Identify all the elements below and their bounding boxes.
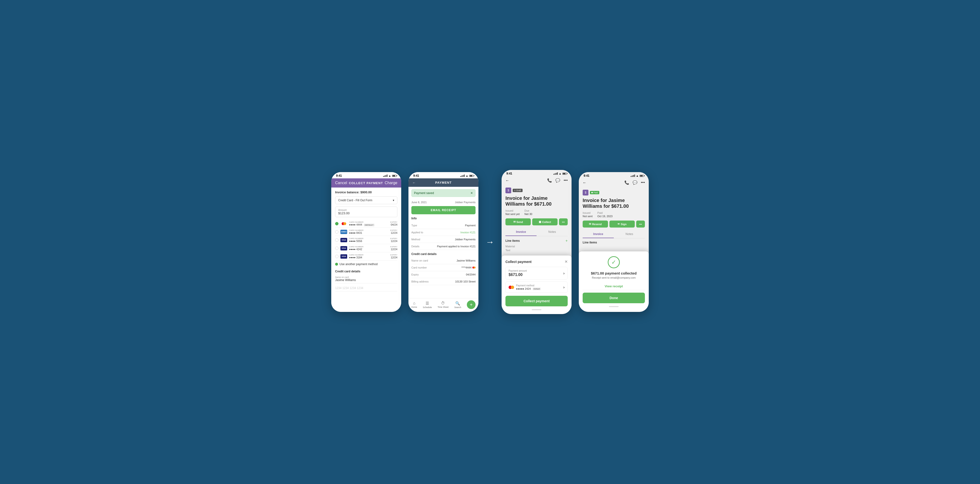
invoice-icon-3: $	[506, 187, 511, 193]
send-btn[interactable]: ✉ Send	[506, 218, 531, 225]
back-btn-3[interactable]: ←	[506, 178, 509, 183]
more-icon-4[interactable]: •••	[641, 180, 645, 185]
payment-amount-card[interactable]: Payment amount $671.00 ›	[506, 267, 568, 279]
payment-method-card[interactable]: Payment method ●●●●● 2424 Default ›	[506, 281, 568, 293]
pm-left: Payment method ●●●●● 2424 Default	[509, 284, 541, 290]
line-items-header-4: Line items	[583, 241, 645, 244]
nav-timesheet-label: Time Sheet	[438, 306, 449, 308]
header-icons-4: 📞 💬 •••	[624, 180, 645, 185]
chevron-right-icon: ›	[563, 271, 565, 276]
collect-btn-3[interactable]: ▦ Collect	[532, 218, 558, 225]
signal-4	[631, 175, 635, 177]
wifi-2: ▲	[466, 174, 468, 177]
card-row-4[interactable]: VISA CARD NUMBER ●●●● 4242 EXPIRY 12/24	[335, 244, 397, 252]
cancel-btn[interactable]: Cancel	[335, 181, 347, 185]
nav-timesheet[interactable]: ⏱ Time Sheet	[438, 301, 449, 308]
due-block-3: Due Net 30	[525, 209, 532, 216]
tabs-4: Invoice Notes	[583, 230, 645, 238]
home-icon: ⌂	[413, 301, 415, 305]
back-btn[interactable]: ←	[412, 181, 416, 185]
add-payment-label: Use another payment method	[339, 262, 377, 266]
wifi-1: ▲	[388, 174, 391, 177]
info-row-2: Method Jobber Payments	[411, 236, 476, 243]
amex-logo: AMEX	[340, 230, 347, 234]
radio-1[interactable]	[335, 222, 339, 225]
nav-home[interactable]: ⌂ Home	[411, 301, 417, 308]
back-btn-4[interactable]: ←	[583, 181, 587, 185]
issued-block-4: Issued Not sent	[583, 211, 593, 217]
mastercard-logo	[340, 222, 347, 226]
more-btn-4[interactable]: •••	[636, 221, 645, 227]
battery-2	[469, 175, 474, 177]
phone-1: 9:41 ▲ Cancel COLLECT PAYMENT Charge Inv…	[331, 172, 401, 312]
modal-close-btn[interactable]: ✕	[565, 259, 568, 264]
home-indicator-3	[532, 309, 541, 310]
charge-btn[interactable]: Charge	[385, 181, 397, 185]
radio-5[interactable]	[335, 255, 339, 258]
radio-2[interactable]	[335, 230, 339, 233]
resend-btn[interactable]: ✉ Resend	[583, 221, 608, 227]
amount-label: Amount	[338, 209, 394, 211]
tab-notes-4[interactable]: Notes	[614, 230, 645, 238]
card-row-5[interactable]: VISA CARD NUMBER ●●●● 3184 EXPIRY 12/24	[335, 252, 397, 260]
status-icons-3: ▲	[554, 172, 567, 175]
nav-search[interactable]: 🔍 Search	[454, 301, 461, 308]
card-info-5: CARD NUMBER ●●●● 3184	[349, 254, 388, 259]
visa-logo-1: VISA	[340, 238, 347, 242]
message-icon-4[interactable]: 💬	[633, 180, 637, 185]
message-icon[interactable]: 💬	[555, 178, 560, 183]
cc-row-1: Card number ****4444	[411, 264, 476, 271]
nav-search-label: Search	[454, 306, 461, 308]
invoice-icon-4: $	[583, 190, 589, 195]
header-purple: Cancel COLLECT PAYMENT Charge	[331, 178, 401, 187]
tabs-3: Invoice Notes	[506, 228, 568, 236]
status-bar-4: 9:41 ▲	[579, 172, 649, 178]
search-icon: 🔍	[455, 301, 460, 306]
wifi-4: ▲	[636, 174, 639, 177]
sign-btn[interactable]: ✏ Sign	[609, 221, 635, 227]
card-dropdown[interactable]: Credit Card - Fill Out Form ▾	[335, 197, 397, 204]
fab-add[interactable]: +	[467, 300, 476, 309]
phone-icon[interactable]: 📞	[547, 178, 552, 183]
add-line-item-icon[interactable]: +	[565, 239, 568, 243]
success-subtitle: Receipt sent to email@company.com	[583, 276, 645, 279]
email-receipt-btn[interactable]: EMAIL RECEIPT	[411, 206, 476, 214]
view-receipt-btn[interactable]: View receipt	[583, 282, 645, 290]
card-row-3[interactable]: VISA CARD NUMBER ●●●● 5556 EXPIRY 12/24	[335, 236, 397, 244]
info-row-1: Applied to Invoice #121	[411, 229, 476, 236]
battery-4	[640, 175, 644, 177]
payment-saved-banner: Payment saved ✕	[411, 189, 476, 197]
invoice3-dates: Issued Not sent yet Due Net 30	[506, 209, 568, 216]
radio-3[interactable]	[335, 238, 339, 242]
card-info-3: CARD NUMBER ●●●● 5556	[349, 237, 388, 243]
radio-4[interactable]	[335, 247, 339, 250]
visa-logo-3: VISA	[340, 254, 347, 259]
add-payment-row[interactable]: Use another payment method	[335, 260, 397, 268]
tab-notes-3[interactable]: Notes	[536, 228, 568, 236]
arrow: →	[486, 237, 494, 247]
battery-3	[562, 173, 567, 175]
time-4: 9:41	[584, 174, 589, 178]
close-icon[interactable]: ✕	[471, 191, 473, 195]
card-row-1[interactable]: CARD NUMBER ●●●● 4444 DEFAULT EXPIRY 04/…	[335, 220, 397, 228]
phone-4: 9:41 ▲ ← 📞 💬 ••• $ Paid	[579, 172, 649, 312]
collect-payment-btn[interactable]: Collect payment	[506, 296, 568, 306]
phone-icon-4[interactable]: 📞	[624, 180, 629, 185]
status-icons-1: ▲	[383, 174, 396, 177]
collect-icon: ▦	[539, 220, 541, 224]
default-badge: DEFAULT	[364, 224, 374, 226]
tab-invoice-3[interactable]: Invoice	[506, 228, 536, 236]
status-bar-3: 9:41 ▲	[501, 170, 571, 176]
info-row-0: Type Payment	[411, 222, 476, 229]
tab-invoice-4[interactable]: Invoice	[583, 230, 614, 238]
card-row-2[interactable]: AMEX CARD NUMBER ●●●● 8431 EXPIRY 12/24	[335, 228, 397, 236]
nav-schedule[interactable]: ☰ Schedule	[423, 301, 432, 308]
send-icon: ✉	[514, 220, 515, 224]
card-info-1: CARD NUMBER ●●●● 4444 DEFAULT	[349, 221, 388, 226]
card-number-input[interactable]: 1234 1234 1234 1234	[335, 285, 397, 291]
more-btn-3[interactable]: •••	[559, 218, 568, 225]
line-items-header-3: Line items +	[506, 239, 568, 243]
line-item-text: Text	[506, 249, 568, 252]
done-btn[interactable]: Done	[583, 293, 645, 303]
more-icon[interactable]: •••	[563, 178, 568, 183]
